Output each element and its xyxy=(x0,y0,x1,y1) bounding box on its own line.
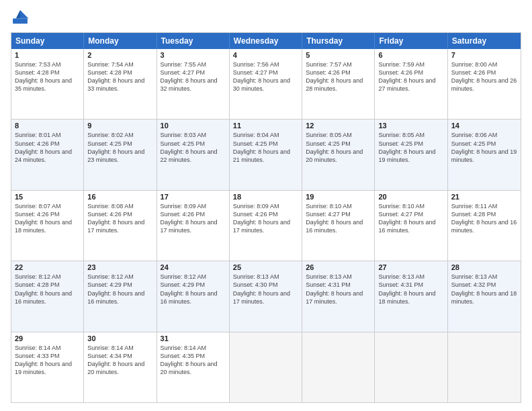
day-number: 28 xyxy=(451,263,517,271)
day-cell-24: 24Sunrise: 8:12 AMSunset: 4:29 PMDayligh… xyxy=(157,261,230,331)
day-cell-6: 6Sunrise: 7:59 AMSunset: 4:26 PMDaylight… xyxy=(375,49,447,119)
day-number: 21 xyxy=(451,193,517,201)
weekday-header-wednesday: Wednesday xyxy=(230,33,302,49)
day-number: 3 xyxy=(161,51,226,59)
cell-info: Sunrise: 7:59 AMSunset: 4:26 PMDaylight:… xyxy=(378,60,443,93)
day-number: 26 xyxy=(306,263,371,271)
cell-info: Sunrise: 8:04 AMSunset: 4:25 PMDaylight:… xyxy=(233,131,298,164)
weekday-header-tuesday: Tuesday xyxy=(157,33,230,49)
cell-info: Sunrise: 7:57 AMSunset: 4:26 PMDaylight:… xyxy=(306,60,371,93)
calendar-body: 1Sunrise: 7:53 AMSunset: 4:28 PMDaylight… xyxy=(11,49,521,402)
day-number: 8 xyxy=(15,122,80,130)
day-number: 29 xyxy=(15,334,80,342)
day-cell-25: 25Sunrise: 8:13 AMSunset: 4:30 PMDayligh… xyxy=(230,261,302,331)
day-number: 10 xyxy=(161,122,226,130)
cell-info: Sunrise: 8:12 AMSunset: 4:29 PMDaylight:… xyxy=(87,273,152,306)
cell-info: Sunrise: 8:00 AMSunset: 4:26 PMDaylight:… xyxy=(451,60,517,93)
weekday-header-friday: Friday xyxy=(375,33,447,49)
cell-info: Sunrise: 7:53 AMSunset: 4:28 PMDaylight:… xyxy=(15,60,80,93)
day-cell-3: 3Sunrise: 7:55 AMSunset: 4:27 PMDaylight… xyxy=(157,49,230,119)
cell-info: Sunrise: 8:10 AMSunset: 4:27 PMDaylight:… xyxy=(306,202,371,235)
day-number: 12 xyxy=(306,122,371,130)
day-cell-14: 14Sunrise: 8:06 AMSunset: 4:25 PMDayligh… xyxy=(448,120,521,189)
day-cell-15: 15Sunrise: 8:07 AMSunset: 4:26 PMDayligh… xyxy=(11,191,84,261)
day-cell-26: 26Sunrise: 8:13 AMSunset: 4:31 PMDayligh… xyxy=(302,261,375,331)
empty-cell xyxy=(375,332,447,402)
cell-info: Sunrise: 8:10 AMSunset: 4:27 PMDaylight:… xyxy=(378,202,443,235)
day-number: 15 xyxy=(15,193,80,201)
day-cell-12: 12Sunrise: 8:05 AMSunset: 4:25 PMDayligh… xyxy=(302,120,375,189)
cell-info: Sunrise: 8:14 AMSunset: 4:34 PMDaylight:… xyxy=(87,344,152,377)
day-number: 1 xyxy=(15,51,80,59)
day-cell-29: 29Sunrise: 8:14 AMSunset: 4:33 PMDayligh… xyxy=(11,332,84,402)
calendar-header: SundayMondayTuesdayWednesdayThursdayFrid… xyxy=(11,33,521,49)
cell-info: Sunrise: 8:03 AMSunset: 4:25 PMDaylight:… xyxy=(161,131,226,164)
cell-info: Sunrise: 7:55 AMSunset: 4:27 PMDaylight:… xyxy=(161,60,226,93)
calendar-row-3: 22Sunrise: 8:12 AMSunset: 4:28 PMDayligh… xyxy=(11,261,521,331)
day-number: 13 xyxy=(378,122,443,130)
day-cell-28: 28Sunrise: 8:13 AMSunset: 4:32 PMDayligh… xyxy=(448,261,521,331)
weekday-header-thursday: Thursday xyxy=(302,33,375,49)
day-number: 16 xyxy=(87,193,152,201)
cell-info: Sunrise: 8:11 AMSunset: 4:28 PMDaylight:… xyxy=(451,202,517,235)
weekday-header-saturday: Saturday xyxy=(448,33,521,49)
day-cell-8: 8Sunrise: 8:01 AMSunset: 4:26 PMDaylight… xyxy=(11,120,84,189)
cell-info: Sunrise: 8:13 AMSunset: 4:30 PMDaylight:… xyxy=(233,273,298,306)
day-cell-18: 18Sunrise: 8:09 AMSunset: 4:26 PMDayligh… xyxy=(230,191,302,261)
day-cell-13: 13Sunrise: 8:05 AMSunset: 4:25 PMDayligh… xyxy=(375,120,447,189)
cell-info: Sunrise: 8:14 AMSunset: 4:35 PMDaylight:… xyxy=(161,344,226,377)
day-number: 17 xyxy=(161,193,226,201)
day-number: 20 xyxy=(378,193,443,201)
day-cell-16: 16Sunrise: 8:08 AMSunset: 4:26 PMDayligh… xyxy=(84,191,157,261)
cell-info: Sunrise: 8:13 AMSunset: 4:31 PMDaylight:… xyxy=(378,273,443,306)
day-number: 25 xyxy=(233,263,298,271)
cell-info: Sunrise: 8:09 AMSunset: 4:26 PMDaylight:… xyxy=(233,202,298,235)
svg-marker-1 xyxy=(20,10,28,18)
day-number: 7 xyxy=(451,51,517,59)
svg-rect-3 xyxy=(13,19,28,24)
day-number: 19 xyxy=(306,193,371,201)
svg-marker-2 xyxy=(16,10,20,18)
empty-cell xyxy=(302,332,375,402)
empty-cell xyxy=(448,332,521,402)
cell-info: Sunrise: 8:09 AMSunset: 4:26 PMDaylight:… xyxy=(161,202,226,235)
day-number: 22 xyxy=(15,263,80,271)
cell-info: Sunrise: 7:56 AMSunset: 4:27 PMDaylight:… xyxy=(233,60,298,93)
day-cell-9: 9Sunrise: 8:02 AMSunset: 4:25 PMDaylight… xyxy=(84,120,157,189)
calendar-row-0: 1Sunrise: 7:53 AMSunset: 4:28 PMDaylight… xyxy=(11,49,521,119)
day-number: 24 xyxy=(161,263,226,271)
day-cell-20: 20Sunrise: 8:10 AMSunset: 4:27 PMDayligh… xyxy=(375,191,447,261)
cell-info: Sunrise: 8:01 AMSunset: 4:26 PMDaylight:… xyxy=(15,131,80,164)
cell-info: Sunrise: 7:54 AMSunset: 4:28 PMDaylight:… xyxy=(87,60,152,93)
cell-info: Sunrise: 8:13 AMSunset: 4:32 PMDaylight:… xyxy=(451,273,517,306)
day-cell-23: 23Sunrise: 8:12 AMSunset: 4:29 PMDayligh… xyxy=(84,261,157,331)
page-header xyxy=(11,8,521,27)
cell-info: Sunrise: 8:13 AMSunset: 4:31 PMDaylight:… xyxy=(306,273,371,306)
day-cell-17: 17Sunrise: 8:09 AMSunset: 4:26 PMDayligh… xyxy=(157,191,230,261)
day-cell-27: 27Sunrise: 8:13 AMSunset: 4:31 PMDayligh… xyxy=(375,261,447,331)
day-cell-4: 4Sunrise: 7:56 AMSunset: 4:27 PMDaylight… xyxy=(230,49,302,119)
cell-info: Sunrise: 8:12 AMSunset: 4:29 PMDaylight:… xyxy=(161,273,226,306)
cell-info: Sunrise: 8:08 AMSunset: 4:26 PMDaylight:… xyxy=(87,202,152,235)
day-cell-11: 11Sunrise: 8:04 AMSunset: 4:25 PMDayligh… xyxy=(230,120,302,189)
day-number: 31 xyxy=(161,334,226,342)
weekday-header-monday: Monday xyxy=(84,33,157,49)
day-number: 6 xyxy=(378,51,443,59)
empty-cell xyxy=(230,332,302,402)
day-number: 5 xyxy=(306,51,371,59)
logo-icon xyxy=(11,8,30,27)
day-cell-21: 21Sunrise: 8:11 AMSunset: 4:28 PMDayligh… xyxy=(448,191,521,261)
day-number: 4 xyxy=(233,51,298,59)
day-cell-31: 31Sunrise: 8:14 AMSunset: 4:35 PMDayligh… xyxy=(157,332,230,402)
day-number: 14 xyxy=(451,122,517,130)
day-cell-2: 2Sunrise: 7:54 AMSunset: 4:28 PMDaylight… xyxy=(84,49,157,119)
day-cell-1: 1Sunrise: 7:53 AMSunset: 4:28 PMDaylight… xyxy=(11,49,84,119)
cell-info: Sunrise: 8:05 AMSunset: 4:25 PMDaylight:… xyxy=(378,131,443,164)
calendar: SundayMondayTuesdayWednesdayThursdayFrid… xyxy=(11,32,521,403)
day-cell-19: 19Sunrise: 8:10 AMSunset: 4:27 PMDayligh… xyxy=(302,191,375,261)
day-cell-30: 30Sunrise: 8:14 AMSunset: 4:34 PMDayligh… xyxy=(84,332,157,402)
day-number: 11 xyxy=(233,122,298,130)
day-cell-10: 10Sunrise: 8:03 AMSunset: 4:25 PMDayligh… xyxy=(157,120,230,189)
day-cell-7: 7Sunrise: 8:00 AMSunset: 4:26 PMDaylight… xyxy=(448,49,521,119)
day-number: 30 xyxy=(87,334,152,342)
